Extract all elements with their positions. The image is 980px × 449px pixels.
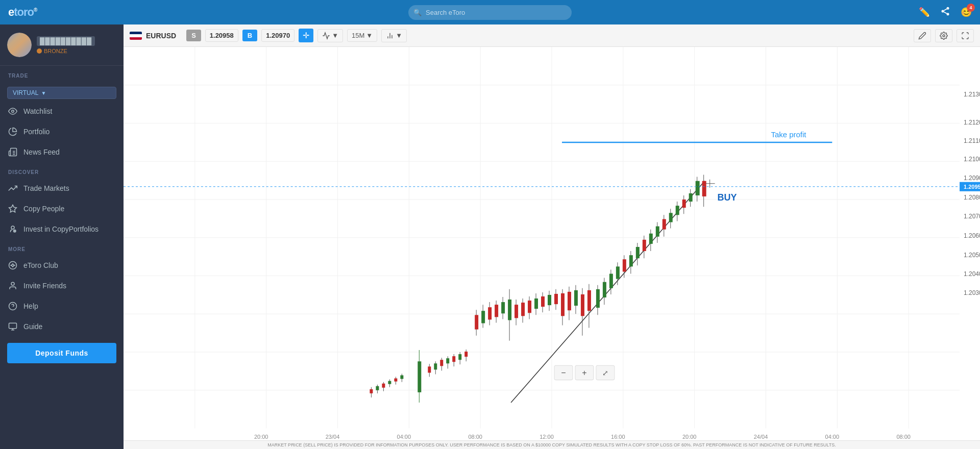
sidebar-item-portfolio[interactable]: Portfolio <box>0 121 124 142</box>
indicators-arrow: ▼ <box>396 32 402 39</box>
svg-rect-73 <box>458 354 461 360</box>
svg-rect-79 <box>481 311 485 323</box>
deposit-button[interactable]: Deposit Funds <box>7 343 116 363</box>
etoroclub-label: eToro Club <box>23 261 58 269</box>
chart-type-button[interactable]: ▼ <box>317 29 343 42</box>
sidebar-item-newsfeed[interactable]: News Feed <box>0 142 124 162</box>
crosshair-button[interactable]: ✛ <box>299 29 313 42</box>
sidebar-item-trademarkets[interactable]: Trade Markets <box>0 178 124 198</box>
svg-text:24/04: 24/04 <box>754 434 768 440</box>
svg-rect-17 <box>9 323 17 329</box>
svg-text:20:00: 20:00 <box>254 434 268 440</box>
buy-button[interactable]: B <box>242 30 257 41</box>
newsfeed-label: News Feed <box>23 148 60 156</box>
search-bar[interactable]: 🔍 <box>408 5 572 20</box>
more-section-label: MORE <box>0 239 124 255</box>
svg-text:+: + <box>582 367 586 377</box>
svg-rect-129 <box>649 234 653 244</box>
trade-section-label: TRADE <box>0 66 124 82</box>
trademarkets-label: Trade Markets <box>23 184 69 192</box>
svg-text:1.2130: 1.2130 <box>964 91 980 98</box>
avatar-image <box>7 33 32 57</box>
svg-rect-101 <box>554 294 558 304</box>
svg-text:08:00: 08:00 <box>468 434 482 440</box>
svg-marker-13 <box>11 264 15 267</box>
buy-price: 1.20970 <box>261 29 295 42</box>
svg-rect-99 <box>548 295 551 305</box>
sidebar: ██████████ BRONZE TRADE VIRTUAL ▼ Watchl… <box>0 24 124 449</box>
svg-text:04:00: 04:00 <box>825 434 839 440</box>
svg-line-3 <box>944 12 947 13</box>
copyportfolio-icon <box>8 224 17 234</box>
svg-text:1.2110: 1.2110 <box>964 137 980 144</box>
guide-label: Guide <box>23 322 42 331</box>
svg-rect-123 <box>629 255 633 266</box>
svg-text:−: − <box>561 367 566 377</box>
chart-type-arrow: ▼ <box>332 32 338 39</box>
svg-rect-105 <box>568 292 571 310</box>
svg-rect-77 <box>475 315 478 329</box>
sell-button[interactable]: S <box>186 30 201 41</box>
sidebar-item-invitefriends[interactable]: Invite Friends <box>0 276 124 296</box>
timeframe-arrow: ▼ <box>366 32 373 39</box>
notification-icon[interactable]: 😊 4 <box>961 7 972 18</box>
user-info: ██████████ BRONZE <box>37 36 116 54</box>
portfolio-label: Portfolio <box>23 128 50 136</box>
svg-point-2 <box>947 13 949 15</box>
newspaper-icon <box>8 147 17 157</box>
sidebar-item-help[interactable]: Help <box>0 296 124 316</box>
svg-rect-119 <box>616 266 620 279</box>
svg-rect-139 <box>682 199 686 208</box>
svg-rect-115 <box>603 282 606 297</box>
bronze-badge: BRONZE <box>37 48 116 54</box>
svg-rect-91 <box>521 303 525 316</box>
timeframe-button[interactable]: 15M ▼ <box>347 29 377 42</box>
top-header: etoro® 🔍 ✏️ 😊 4 <box>0 0 980 24</box>
sidebar-item-etoroclub[interactable]: eToro Club <box>0 255 124 276</box>
svg-text:08:00: 08:00 <box>896 434 910 440</box>
svg-text:1.2090: 1.2090 <box>964 174 980 182</box>
pencil-button[interactable] <box>914 29 931 42</box>
svg-text:1.2030: 1.2030 <box>964 289 980 296</box>
svg-text:⤢: ⤢ <box>602 368 608 377</box>
chart-disclaimer: MARKET PRICE (SELL PRICE) IS PROVIDED FO… <box>124 440 980 449</box>
virtual-button[interactable]: VIRTUAL ▼ <box>7 87 116 99</box>
avatar[interactable] <box>7 33 32 57</box>
svg-text:1.20958: 1.20958 <box>964 184 980 190</box>
indicators-button[interactable]: ▼ <box>381 29 407 42</box>
main-layout: ██████████ BRONZE TRADE VIRTUAL ▼ Watchl… <box>0 24 980 449</box>
chart-canvas[interactable]: Take profit <box>124 47 980 449</box>
eye-icon <box>8 107 17 116</box>
svg-rect-111 <box>587 290 591 311</box>
copypeople-label: Copy People <box>23 205 64 213</box>
svg-rect-65 <box>434 363 437 369</box>
fullscreen-button[interactable] <box>957 29 974 42</box>
svg-text:BUY: BUY <box>718 192 737 203</box>
svg-rect-135 <box>669 213 673 222</box>
bronze-label: BRONZE <box>44 48 67 54</box>
svg-rect-83 <box>495 305 498 317</box>
svg-rect-107 <box>574 290 578 306</box>
timeframe-label: 15M <box>352 32 364 39</box>
svg-rect-75 <box>464 352 468 357</box>
svg-text:1.2060: 1.2060 <box>964 232 980 239</box>
svg-rect-59 <box>400 376 403 379</box>
sidebar-item-guide[interactable]: Guide <box>0 316 124 337</box>
pair-flag-icon <box>130 32 142 40</box>
candlestick-chart: Take profit <box>124 47 980 449</box>
svg-text:23/04: 23/04 <box>326 434 339 440</box>
share-icon[interactable] <box>940 6 950 19</box>
svg-text:1.2100: 1.2100 <box>964 156 980 163</box>
sidebar-item-copypeople[interactable]: Copy People <box>0 198 124 219</box>
svg-text:04:00: 04:00 <box>397 434 411 440</box>
edit-icon[interactable]: ✏️ <box>919 7 930 18</box>
notification-badge: 4 <box>967 4 975 12</box>
sidebar-item-watchlist[interactable]: Watchlist <box>0 101 124 121</box>
settings-button[interactable] <box>935 29 952 42</box>
svg-rect-55 <box>388 381 391 384</box>
svg-text:1.2050: 1.2050 <box>964 252 980 259</box>
sidebar-item-copyportfolios[interactable]: Invest in CopyPortfolios <box>0 219 124 239</box>
guide-icon <box>8 322 17 331</box>
sell-price: 1.20958 <box>205 29 238 42</box>
search-input[interactable] <box>408 5 572 20</box>
